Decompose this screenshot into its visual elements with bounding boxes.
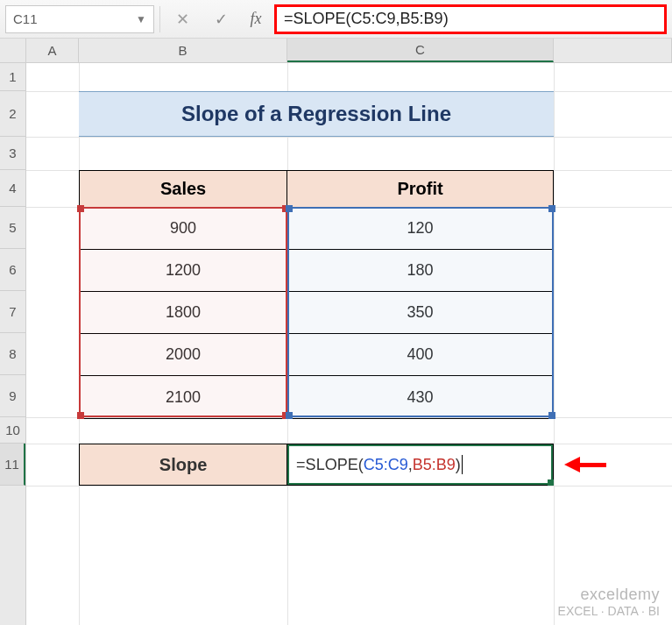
row-header[interactable]: 2 [0,91,25,137]
name-box[interactable]: C11 ▼ [5,5,154,33]
cell-B7[interactable]: 1800 [80,292,287,334]
slope-row: Slope =SLOPE(C5:C9,B5:B9) [79,444,554,486]
column-headers: A B C [26,39,672,63]
header-sales: Sales [80,171,287,208]
cell-C9[interactable]: 430 [287,376,553,418]
watermark-brand: exceldemy [558,586,660,604]
separator [159,6,160,32]
fx-icon[interactable]: fx [243,10,269,28]
row-headers: 1 2 3 4 5 6 7 8 9 10 11 [0,63,26,625]
row-header[interactable]: 9 [0,375,25,417]
row-header[interactable]: 5 [0,207,25,249]
name-box-value: C11 [13,11,38,26]
spreadsheet-grid: A B C 1 2 3 4 5 6 7 8 9 10 11 Slope of a… [0,39,672,625]
slope-arg1: C5:C9 [364,456,408,474]
slope-label: Slope [80,444,287,485]
row-header[interactable]: 8 [0,333,25,375]
fill-handle[interactable] [548,479,554,486]
row-header[interactable]: 7 [0,291,25,333]
text-cursor [462,455,463,474]
watermark: exceldemy EXCEL · DATA · BI [558,586,660,618]
cells-area[interactable]: Slope of a Regression Line Sales Profit … [26,63,672,625]
slope-suffix: ) [456,456,461,474]
slope-formula-prefix: =SLOPE( [296,456,364,474]
select-all-corner[interactable] [0,39,26,63]
cell-C8[interactable]: 400 [287,334,553,376]
arrow-icon [564,457,606,472]
watermark-tag: EXCEL · DATA · BI [558,604,660,618]
cell-B8[interactable]: 2000 [80,334,287,376]
row-header[interactable]: 10 [0,417,25,444]
col-header-B[interactable]: B [79,39,287,62]
row-header[interactable]: 11 [0,444,25,486]
cell-C6[interactable]: 180 [287,250,553,292]
formula-suffix: ) [443,10,449,28]
col-header-D[interactable] [554,39,672,62]
cell-C5[interactable]: 120 [287,208,553,250]
chevron-down-icon[interactable]: ▼ [136,13,146,25]
formula-arg2: B5:B9 [400,10,443,28]
formula-input[interactable]: =SLOPE(C5:C9,B5:B9) [274,4,667,34]
header-profit: Profit [287,171,553,208]
cell-B5[interactable]: 900 [80,208,287,250]
cell-B9[interactable]: 2100 [80,376,287,418]
row-header[interactable]: 3 [0,137,25,170]
row-header[interactable]: 6 [0,249,25,291]
cell-B6[interactable]: 1200 [80,250,287,292]
col-header-A[interactable]: A [26,39,79,62]
formula-bar: C11 ▼ ✕ ✓ fx =SLOPE(C5:C9,B5:B9) [0,0,672,39]
data-table: Sales Profit 900 1200 1800 2000 2100 120… [79,170,554,419]
confirm-icon[interactable]: ✓ [204,6,237,32]
col-header-C[interactable]: C [287,39,554,62]
cancel-icon[interactable]: ✕ [166,6,199,32]
cell-C11[interactable]: =SLOPE(C5:C9,B5:B9) [287,444,553,485]
cell-C7[interactable]: 350 [287,292,553,334]
row-header[interactable]: 4 [0,170,25,207]
row-header[interactable]: 1 [0,63,25,91]
formula-arg1: C5:C9 [351,10,396,28]
page-title: Slope of a Regression Line [79,91,554,137]
formula-prefix: =SLOPE( [284,10,351,28]
slope-arg2: B5:B9 [413,456,456,474]
